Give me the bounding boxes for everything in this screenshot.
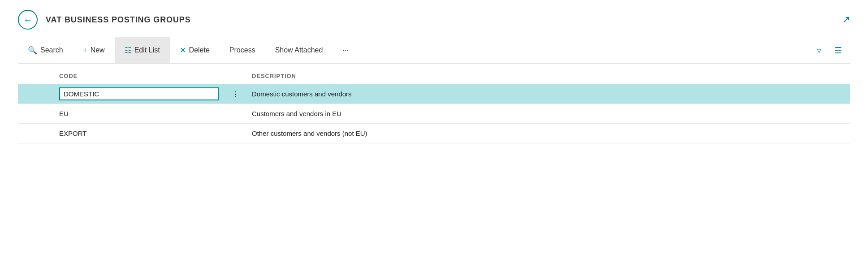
toolbar-right: ▿ ☰	[811, 42, 850, 59]
search-button[interactable]: 🔍 Search	[18, 37, 73, 63]
new-label: New	[91, 46, 105, 54]
new-button[interactable]: + New	[73, 37, 115, 63]
search-label: Search	[40, 46, 63, 54]
filter-button[interactable]: ▿	[811, 42, 828, 59]
row-description-cell: Domestic customers and vendors	[246, 84, 850, 104]
row-selector-cell	[18, 84, 54, 104]
row-context-menu-icon[interactable]	[232, 90, 239, 98]
row-code-cell[interactable]	[54, 84, 224, 104]
row-dots-cell	[224, 124, 246, 143]
back-arrow-icon: ←	[23, 15, 32, 24]
delete-button[interactable]: ✕ Delete	[170, 37, 220, 63]
table-container: CODE DESCRIPTION Domestic customers and …	[18, 64, 850, 277]
toolbar: 🔍 Search + New ☷ Edit List ✕ Delete Proc…	[18, 37, 850, 64]
show-attached-button[interactable]: Show Attached	[265, 37, 333, 63]
row-code-cell: EXPORT	[54, 124, 224, 143]
table-body: Domestic customers and vendorsEUCustomer…	[18, 84, 850, 163]
columns-button[interactable]: ☰	[829, 42, 846, 59]
code-input[interactable]	[59, 87, 219, 100]
process-label: Process	[229, 46, 255, 54]
row-dots-cell	[224, 104, 246, 124]
data-table: CODE DESCRIPTION Domestic customers and …	[18, 73, 850, 163]
table-row[interactable]: Domestic customers and vendors	[18, 84, 850, 104]
edit-list-button[interactable]: ☷ Edit List	[115, 37, 170, 63]
col-header-description: DESCRIPTION	[246, 73, 850, 84]
filter-icon: ▿	[817, 45, 821, 56]
row-selector-cell	[18, 104, 54, 124]
process-button[interactable]: Process	[220, 37, 265, 63]
col-header-code: CODE	[54, 73, 224, 84]
row-code-cell: EU	[54, 104, 224, 124]
header: ← VAT BUSINESS POSTING GROUPS ↗	[18, 0, 850, 37]
edit-list-label: Edit List	[134, 46, 160, 54]
row-selector-cell	[18, 124, 54, 143]
row-selector-cell	[18, 143, 54, 163]
delete-icon: ✕	[180, 46, 186, 55]
delete-label: Delete	[189, 46, 210, 54]
show-attached-label: Show Attached	[275, 46, 323, 54]
columns-icon: ☰	[834, 45, 842, 56]
col-header-selector	[18, 73, 54, 84]
row-dots-cell	[224, 143, 246, 163]
search-icon: 🔍	[28, 46, 37, 55]
plus-icon: +	[83, 46, 87, 55]
row-code-cell	[54, 143, 224, 163]
table-row[interactable]	[18, 143, 850, 163]
more-button[interactable]: ···	[333, 37, 358, 63]
table-header-row: CODE DESCRIPTION	[18, 73, 850, 84]
expand-icon[interactable]: ↗	[842, 14, 850, 26]
row-description-cell: Customers and vendors in EU	[246, 104, 850, 124]
edit-list-icon: ☷	[125, 46, 131, 55]
row-dots-cell[interactable]	[224, 84, 246, 104]
col-header-dots	[224, 73, 246, 84]
table-row[interactable]: EXPORTOther customers and vendors (not E…	[18, 124, 850, 143]
page-title: VAT BUSINESS POSTING GROUPS	[46, 15, 191, 25]
page-container: ← VAT BUSINESS POSTING GROUPS ↗ 🔍 Search…	[0, 0, 868, 277]
row-description-cell	[246, 143, 850, 163]
table-row[interactable]: EUCustomers and vendors in EU	[18, 104, 850, 124]
more-icon: ···	[342, 46, 348, 54]
row-description-cell: Other customers and vendors (not EU)	[246, 124, 850, 143]
back-button[interactable]: ←	[18, 10, 38, 30]
